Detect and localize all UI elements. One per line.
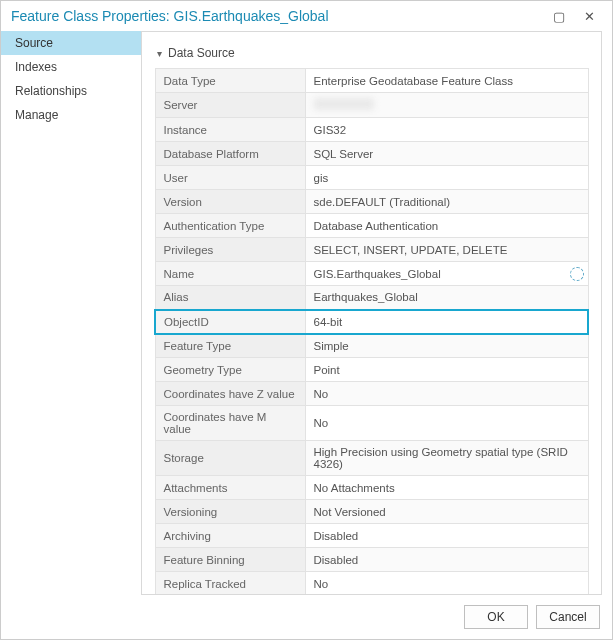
property-value: Disabled: [305, 548, 588, 572]
property-value: 64-bit: [305, 310, 588, 334]
property-label: User: [155, 166, 305, 190]
content-pane: ▾ Data Source Data TypeEnterprise Geodat…: [141, 31, 602, 595]
tab-label: Manage: [15, 108, 58, 122]
property-value: Enterprise Geodatabase Feature Class: [305, 69, 588, 93]
redacted-value: [314, 98, 374, 110]
property-value: GIS32: [305, 118, 588, 142]
property-label: Feature Type: [155, 334, 305, 358]
property-row: PrivilegesSELECT, INSERT, UPDATE, DELETE: [155, 238, 588, 262]
property-row: Data TypeEnterprise Geodatabase Feature …: [155, 69, 588, 93]
property-label: Privileges: [155, 238, 305, 262]
tab-label: Relationships: [15, 84, 87, 98]
property-value-text: SQL Server: [314, 148, 374, 160]
property-value: Point: [305, 358, 588, 382]
property-label: Name: [155, 262, 305, 286]
property-row: Versionsde.DEFAULT (Traditional): [155, 190, 588, 214]
tab-manage[interactable]: Manage: [1, 103, 141, 127]
property-row: Database PlatformSQL Server: [155, 142, 588, 166]
tab-indexes[interactable]: Indexes: [1, 55, 141, 79]
property-row: Replica TrackedNo: [155, 572, 588, 596]
property-value: Not Versioned: [305, 500, 588, 524]
property-value-text: High Precision using Geometry spatial ty…: [314, 446, 568, 470]
property-label: Storage: [155, 441, 305, 476]
button-label: Cancel: [549, 610, 586, 624]
property-label: Feature Binning: [155, 548, 305, 572]
property-label: Geometry Type: [155, 358, 305, 382]
section-data-source[interactable]: ▾ Data Source: [154, 42, 589, 64]
property-row: Geometry TypePoint: [155, 358, 588, 382]
property-row: ObjectID64-bit: [155, 310, 588, 334]
property-label: Database Platform: [155, 142, 305, 166]
property-row: AttachmentsNo Attachments: [155, 476, 588, 500]
button-label: OK: [487, 610, 504, 624]
dialog-footer: OK Cancel: [1, 595, 612, 639]
tab-source[interactable]: Source: [1, 31, 141, 55]
property-row: NameGIS.Earthquakes_Global: [155, 262, 588, 286]
property-row: Feature TypeSimple: [155, 334, 588, 358]
property-label: Server: [155, 93, 305, 118]
property-row: StorageHigh Precision using Geometry spa…: [155, 441, 588, 476]
property-label: Alias: [155, 286, 305, 310]
tab-label: Source: [15, 36, 53, 50]
property-value-text: SELECT, INSERT, UPDATE, DELETE: [314, 244, 508, 256]
titlebar: Feature Class Properties: GIS.Earthquake…: [1, 1, 612, 31]
property-label: Attachments: [155, 476, 305, 500]
property-value-text: Disabled: [314, 554, 359, 566]
property-label: Archiving: [155, 524, 305, 548]
property-value-text: No: [314, 388, 329, 400]
property-label: Replica Tracked: [155, 572, 305, 596]
property-value: [305, 93, 588, 118]
property-row: InstanceGIS32: [155, 118, 588, 142]
property-label: Data Type: [155, 69, 305, 93]
property-value-text: No: [314, 578, 329, 590]
tab-relationships[interactable]: Relationships: [1, 79, 141, 103]
section-label: Data Source: [168, 46, 235, 60]
property-label: ObjectID: [155, 310, 305, 334]
property-value-text: No: [314, 417, 329, 429]
property-value: No: [305, 382, 588, 406]
property-value-text: Earthquakes_Global: [314, 291, 418, 303]
dialog-window: Feature Class Properties: GIS.Earthquake…: [0, 0, 613, 640]
maximize-icon[interactable]: ▢: [544, 9, 574, 24]
property-row: Coordinates have Z valueNo: [155, 382, 588, 406]
property-value-text: Not Versioned: [314, 506, 386, 518]
cancel-button[interactable]: Cancel: [536, 605, 600, 629]
property-row: Coordinates have M valueNo: [155, 406, 588, 441]
property-value-text: Database Authentication: [314, 220, 439, 232]
property-value: SQL Server: [305, 142, 588, 166]
property-value: No: [305, 406, 588, 441]
property-value: sde.DEFAULT (Traditional): [305, 190, 588, 214]
property-value: High Precision using Geometry spatial ty…: [305, 441, 588, 476]
chevron-down-icon: ▾: [154, 48, 164, 59]
property-row: Authentication TypeDatabase Authenticati…: [155, 214, 588, 238]
property-value: Database Authentication: [305, 214, 588, 238]
close-icon[interactable]: ✕: [574, 9, 604, 24]
property-row: AliasEarthquakes_Global: [155, 286, 588, 310]
property-row: Usergis: [155, 166, 588, 190]
property-value-text: Disabled: [314, 530, 359, 542]
property-value: Simple: [305, 334, 588, 358]
property-value: Disabled: [305, 524, 588, 548]
property-label: Coordinates have M value: [155, 406, 305, 441]
property-label: Coordinates have Z value: [155, 382, 305, 406]
property-value-text: No Attachments: [314, 482, 395, 494]
property-value-text: GIS.Earthquakes_Global: [314, 268, 441, 280]
ok-button[interactable]: OK: [464, 605, 528, 629]
data-source-table: Data TypeEnterprise Geodatabase Feature …: [154, 68, 589, 595]
globe-icon[interactable]: [570, 267, 584, 281]
tab-label: Indexes: [15, 60, 57, 74]
property-value-text: Point: [314, 364, 340, 376]
property-value-text: 64-bit: [314, 316, 343, 328]
property-value: gis: [305, 166, 588, 190]
property-value-text: Simple: [314, 340, 349, 352]
property-value-text: Enterprise Geodatabase Feature Class: [314, 75, 513, 87]
property-value-text: GIS32: [314, 124, 347, 136]
property-value: GIS.Earthquakes_Global: [305, 262, 588, 286]
window-title: Feature Class Properties: GIS.Earthquake…: [11, 8, 329, 24]
tab-list: Source Indexes Relationships Manage: [1, 31, 141, 595]
property-label: Authentication Type: [155, 214, 305, 238]
property-row: VersioningNot Versioned: [155, 500, 588, 524]
property-value: Earthquakes_Global: [305, 286, 588, 310]
property-row: ArchivingDisabled: [155, 524, 588, 548]
property-row: Feature BinningDisabled: [155, 548, 588, 572]
